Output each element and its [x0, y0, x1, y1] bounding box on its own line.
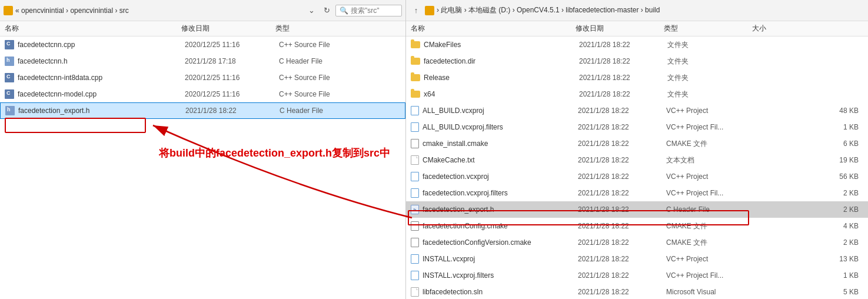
- file-type: 文件夹: [667, 89, 756, 99]
- right-col-type: 类型: [664, 24, 752, 34]
- cpp-icon: [5, 40, 14, 49]
- file-size: 6 KB: [754, 139, 863, 148]
- left-file-row[interactable]: facedetectcnn-model.cpp2020/12/25 11:16C…: [0, 86, 405, 102]
- file-date: 2021/1/28 18:22: [578, 205, 666, 214]
- cpp-icon: [5, 73, 14, 82]
- file-size: 1 KB: [754, 123, 863, 131]
- file-name: Release: [424, 74, 579, 82]
- left-breadcrumb: « opencvinintial › opencvinintial › src: [15, 6, 302, 15]
- file-type: C++ Source File: [279, 41, 401, 49]
- file-date: 2021/1/28 18:22: [578, 222, 666, 230]
- right-file-row[interactable]: INSTALL.vcxproj.filters2021/1/28 18:22VC…: [406, 267, 868, 284]
- right-panel: ↑ › 此电脑 › 本地磁盘 (D:) › OpenCV4.5.1 › libf…: [406, 0, 868, 299]
- right-file-row[interactable]: x642021/1/28 18:22文件夹: [406, 86, 868, 102]
- left-file-row[interactable]: facedetectcnn.cpp2020/12/25 11:16C++ Sou…: [0, 36, 405, 53]
- file-name: facedetectcnn-model.cpp: [18, 90, 185, 98]
- right-file-row[interactable]: facedetection.vcxproj2021/1/28 18:22VC++…: [406, 168, 868, 185]
- file-name: facedetection.vcxproj: [423, 172, 578, 181]
- file-size: 2 KB: [754, 189, 863, 197]
- left-folder-icon: [4, 6, 13, 15]
- file-type: VC++ Project: [666, 107, 754, 115]
- file-type: VC++ Project: [666, 255, 754, 263]
- file-type: CMAKE 文件: [666, 139, 754, 149]
- right-up-btn[interactable]: ↑: [410, 4, 423, 17]
- vcxproj-icon: [411, 271, 419, 280]
- file-size: 48 KB: [754, 107, 863, 115]
- file-type: 文件夹: [667, 40, 756, 50]
- file-name: facedetection_export.h: [18, 107, 185, 115]
- file-date: 2021/1/28 17:18: [185, 57, 279, 65]
- right-file-row[interactable]: facedetectionConfig.cmake2021/1/28 18:22…: [406, 218, 868, 234]
- file-date: 2021/1/28 18:22: [185, 107, 280, 115]
- left-file-row[interactable]: facedetection_export.h2021/1/28 18:22C H…: [0, 102, 405, 119]
- file-name: facedetectcnn-int8data.cpp: [18, 74, 185, 82]
- file-date: 2021/1/28 18:22: [578, 255, 666, 263]
- vcxproj-icon: [411, 106, 419, 115]
- file-name: facedetection.vcxproj.filters: [423, 189, 578, 197]
- file-size: 1 KB: [754, 271, 863, 280]
- folder-icon: [411, 74, 420, 81]
- file-name: INSTALL.vcxproj: [423, 255, 578, 263]
- left-search-input[interactable]: [351, 6, 398, 15]
- file-date: 2021/1/28 18:22: [578, 123, 666, 131]
- left-panel: « opencvinintial › opencvinintial › src …: [0, 0, 406, 299]
- file-type: C Header File: [279, 57, 401, 65]
- right-file-row[interactable]: facedetection.dir2021/1/28 18:22文件夹: [406, 53, 868, 69]
- left-col-date: 修改日期: [181, 24, 275, 34]
- right-file-row[interactable]: libfacedetection.sln2021/1/28 18:22Micro…: [406, 284, 868, 299]
- file-date: 2021/1/28 18:22: [578, 156, 666, 164]
- file-name: facedetectionConfig.cmake: [423, 222, 578, 230]
- left-address-bar: « opencvinintial › opencvinintial › src …: [0, 0, 405, 21]
- file-type: C Header File: [280, 107, 400, 115]
- vcxproj-icon: [411, 188, 419, 198]
- right-file-row[interactable]: CMakeCache.txt2021/1/28 18:22文本文档19 KB: [406, 152, 868, 168]
- right-file-row[interactable]: INSTALL.vcxproj2021/1/28 18:22VC++ Proje…: [406, 251, 868, 267]
- vcxproj-icon: [411, 122, 419, 132]
- right-file-row[interactable]: hfacedetection_export.h2021/1/28 18:22C …: [406, 201, 868, 218]
- left-col-name: 名称: [5, 24, 181, 34]
- right-address-bar: ↑ › 此电脑 › 本地磁盘 (D:) › OpenCV4.5.1 › libf…: [406, 0, 868, 21]
- file-name: cmake_install.cmake: [423, 139, 578, 148]
- file-name: CMakeFiles: [424, 41, 579, 49]
- file-date: 2021/1/28 18:22: [578, 172, 666, 181]
- file-name: ALL_BUILD.vcxproj.filters: [423, 123, 578, 131]
- right-file-row[interactable]: cmake_install.cmake2021/1/28 18:22CMAKE …: [406, 135, 868, 152]
- right-file-row[interactable]: facedetectionConfigVersion.cmake2021/1/2…: [406, 234, 868, 251]
- file-name: facedetection.dir: [424, 57, 579, 65]
- cmake-icon: [411, 238, 419, 247]
- file-date: 2021/1/28 18:22: [579, 90, 667, 98]
- file-date: 2020/12/25 11:16: [185, 90, 279, 98]
- file-icon: [411, 287, 419, 297]
- file-name: CMakeCache.txt: [423, 156, 578, 164]
- right-file-row[interactable]: ALL_BUILD.vcxproj.filters2021/1/28 18:22…: [406, 119, 868, 135]
- file-date: 2021/1/28 18:22: [578, 271, 666, 280]
- file-size: 19 KB: [754, 156, 863, 164]
- left-file-list: facedetectcnn.cpp2020/12/25 11:16C++ Sou…: [0, 36, 405, 299]
- file-date: 2021/1/28 18:22: [579, 41, 667, 49]
- file-date: 2021/1/28 18:22: [578, 288, 666, 296]
- right-file-row[interactable]: CMakeFiles2021/1/28 18:22文件夹: [406, 36, 868, 53]
- file-icon: [411, 155, 419, 165]
- left-refresh-btn[interactable]: ↻: [320, 4, 333, 17]
- file-date: 2021/1/28 18:22: [579, 74, 667, 82]
- file-name: ALL_BUILD.vcxproj: [423, 107, 578, 115]
- left-file-row[interactable]: facedetectcnn-int8data.cpp2020/12/25 11:…: [0, 69, 405, 86]
- file-date: 2020/12/25 11:16: [185, 74, 279, 82]
- left-file-row[interactable]: facedetectcnn.h2021/1/28 17:18C Header F…: [0, 53, 405, 69]
- search-icon: 🔍: [340, 6, 348, 15]
- right-file-row[interactable]: ALL_BUILD.vcxproj2021/1/28 18:22VC++ Pro…: [406, 102, 868, 119]
- file-type: C++ Source File: [279, 74, 401, 82]
- h-icon: [5, 57, 14, 66]
- h-icon: [5, 106, 15, 115]
- left-expand-btn[interactable]: ⌄: [305, 4, 318, 17]
- right-file-row[interactable]: Release2021/1/28 18:22文件夹: [406, 69, 868, 86]
- file-size: 13 KB: [754, 255, 863, 263]
- folder-icon: [411, 58, 420, 65]
- right-col-name: 名称: [411, 24, 576, 34]
- right-file-row[interactable]: facedetection.vcxproj.filters2021/1/28 1…: [406, 185, 868, 201]
- folder-icon: [411, 91, 420, 98]
- file-name: facedetectcnn.cpp: [18, 41, 185, 49]
- cmake-icon: [411, 139, 419, 148]
- file-name: facedetectcnn.h: [18, 57, 185, 65]
- right-col-size: 大小: [752, 24, 863, 34]
